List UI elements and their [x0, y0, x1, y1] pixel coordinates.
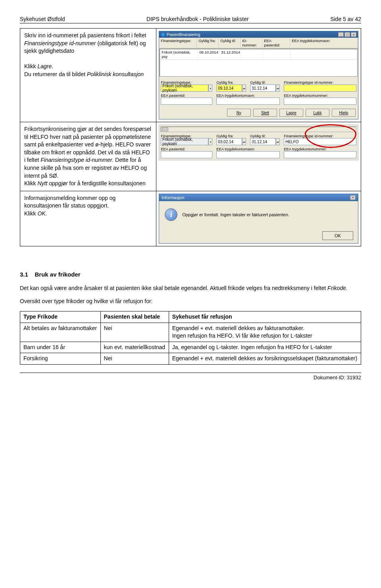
- text: Informasjonsmelding kommer opp og konsul…: [24, 195, 115, 209]
- label-eea-pasientid: EEA pasientid:: [161, 147, 212, 151]
- instruction-row-3: Informasjonsmelding kommer opp og konsul…: [20, 191, 361, 246]
- instruction-text-2: Frikortsynkronisering gjør at det sendes…: [20, 122, 156, 191]
- col-header-betale: Pasienten skal betale: [100, 311, 169, 323]
- info-icon: i: [165, 208, 177, 221]
- cell: Ja, egenandel og L-takster. Ingen refusj…: [169, 342, 361, 353]
- instruction-row-1: Skriv inn id-nummeret på pasientens frik…: [20, 28, 361, 122]
- col-header: EEA trygdekontornavn:: [290, 38, 358, 48]
- spinner-icon[interactable]: ▴▾: [242, 85, 246, 92]
- maximize-button[interactable]: □: [344, 32, 350, 37]
- label-eea-trygdekontornummer: EEA trygdekontonummer:: [284, 147, 356, 151]
- header-left: Sykehuset Østfold: [20, 16, 65, 22]
- label-eea-trygdekontornummer: EEA trygdekontornummer:: [284, 93, 356, 98]
- button-row: Ny Slett Lagre Lukk Hjelp: [159, 106, 358, 119]
- instruction-text-1: Skriv inn id-nummeret på pasientens frik…: [20, 29, 156, 122]
- cell: Egenandel + evt. materiell dekkes av fak…: [169, 323, 361, 342]
- cell: Nei: [100, 353, 169, 365]
- text-italic: Poliklinisk konsultasjon: [87, 71, 144, 77]
- grid-header: Finansieringstype: Gyldig fra: Gyldig ti…: [159, 38, 358, 48]
- text-italic: OK.: [37, 210, 47, 217]
- text: Klikk: [24, 210, 37, 217]
- ok-button[interactable]: OK: [322, 231, 353, 240]
- input-eea-trygdekontornummer[interactable]: [284, 151, 356, 158]
- cell: Alt betales av fakturamottaker: [20, 323, 101, 342]
- cell: Nei: [100, 323, 169, 342]
- text: Du returnerer da til bildet: [24, 71, 87, 77]
- cell: 31.12.2014: [219, 49, 241, 60]
- table-row: Barn under 16 år kun evt. materiellkostn…: [20, 342, 361, 353]
- spinner-icon[interactable]: ▴▾: [276, 85, 280, 92]
- input-gyldig-til[interactable]: 31.12.14: [250, 138, 276, 145]
- close-button[interactable]: ×: [351, 32, 356, 37]
- text-italic: Finansieringstype id-nummer: [24, 40, 96, 46]
- col-header: Finansieringstype:: [159, 38, 197, 48]
- document-id: Dokument-ID: 31932: [314, 375, 361, 380]
- cell: [263, 49, 291, 60]
- grid-row[interactable]: Frikort (somatisk, psy 09.10.2014 31.12.…: [160, 49, 357, 60]
- input-eea-pasientid[interactable]: [161, 151, 212, 158]
- dropdown-icon[interactable]: ▾: [208, 138, 212, 145]
- label-gyldig-til: Gyldig til:: [250, 80, 280, 85]
- instruction-text-3: Informasjonsmelding kommer opp og konsul…: [20, 191, 156, 246]
- cell: Forsikring: [20, 353, 101, 365]
- input-finansieringstype[interactable]: Frikort (somatisk, psykiatri: [161, 138, 208, 145]
- cell: kun evt. materiellkostnad: [100, 342, 169, 353]
- page-footer: Dokument-ID: 31932: [20, 373, 361, 380]
- col-header: EEA pasientid:: [262, 38, 290, 48]
- ny-button[interactable]: Ny: [227, 109, 251, 117]
- label-gyldig-fra: Gyldig fra:: [216, 134, 246, 138]
- cell: Frikort (somatisk, psy: [160, 49, 198, 60]
- input-eea-trygdekontornavn[interactable]: [216, 151, 280, 158]
- close-button[interactable]: ×: [350, 195, 356, 200]
- col-header-type: Type Frikode: [20, 311, 101, 323]
- label-id-nummer: Finansieringstype id-nummer:: [284, 134, 356, 138]
- table-header-row: Type Frikode Pasienten skal betale Sykeh…: [20, 311, 361, 323]
- label-gyldig-til: Gyldig til:: [250, 134, 280, 138]
- hjelp-button[interactable]: Hjelp: [332, 109, 356, 117]
- col-header: Gyldig fra:: [197, 38, 219, 48]
- spinner-icon[interactable]: ▴▾: [276, 138, 280, 145]
- input-id-nummer[interactable]: HELFO: [284, 138, 356, 145]
- cell: 09.10.2014: [198, 49, 219, 60]
- table-row: Alt betales av fakturamottaker Nei Egena…: [20, 323, 361, 342]
- label-id-nummer: Finansieringstype id-nummer:: [284, 80, 356, 85]
- spinner-icon[interactable]: ▴▾: [242, 138, 246, 145]
- input-eea-trygdekontornavn[interactable]: [216, 98, 280, 105]
- input-eea-pasientid[interactable]: [161, 98, 212, 105]
- label-gyldig-fra: Gyldig fra:: [216, 80, 246, 85]
- section-heading: 3.1 Bruk av frikoder: [20, 270, 361, 279]
- input-gyldig-til[interactable]: 31.12.14: [250, 85, 276, 92]
- instruction-row-2: Frikortsynkronisering gjør at det sendes…: [20, 122, 361, 191]
- lagre-button[interactable]: Lagre: [279, 109, 303, 117]
- lukk-button[interactable]: Lukk: [306, 109, 329, 117]
- input-eea-trygdekontornummer[interactable]: [284, 98, 356, 105]
- slett-button[interactable]: Slett: [253, 109, 277, 117]
- col-header: Gyldig til:: [219, 38, 241, 48]
- text-italic: Nytt oppgjør: [37, 180, 67, 186]
- page-header: Sykehuset Østfold DIPS brukerhåndbok - P…: [20, 16, 361, 23]
- scrollbar-horizontal[interactable]: [161, 127, 356, 132]
- text-italic: Lagre.: [37, 63, 53, 69]
- window-titlebar: 🔷 Pasientfinansiering _ □ ×: [159, 31, 358, 38]
- text: Klikk: [24, 63, 37, 69]
- screenshot-pasientfinansiering-window: 🔷 Pasientfinansiering _ □ × Finansiering…: [159, 31, 358, 119]
- input-id-nummer[interactable]: [284, 85, 356, 92]
- dropdown-icon[interactable]: ▾: [208, 85, 212, 92]
- frikoder-table: Type Frikode Pasienten skal betale Sykeh…: [20, 311, 361, 365]
- text: Skriv inn id-nummeret på pasientens frik…: [24, 32, 146, 38]
- col-header-refusjon: Sykehuset får refusjon: [169, 311, 361, 323]
- grid-body: Frikort (somatisk, psy 09.10.2014 31.12.…: [160, 49, 358, 77]
- cell: Egenandel + evt. materiell dekkes av for…: [169, 353, 361, 365]
- input-finansieringstype[interactable]: Frikort (somatisk, psykiatri: [161, 85, 208, 92]
- label-eea-pasientid: EEA pasientid:: [161, 93, 212, 98]
- input-gyldig-fra[interactable]: 09.10.14: [216, 85, 242, 92]
- dialog-titlebar: Informasjon ×: [159, 194, 358, 201]
- label-eea-trygdekontornavn: EEA trygdekontornavn:: [216, 93, 280, 98]
- text: for å ferdigstille konsultasjonen: [68, 180, 146, 186]
- cell: Barn under 16 år: [20, 342, 101, 353]
- input-gyldig-fra[interactable]: 03.02.14: [216, 138, 242, 145]
- info-dialog: Informasjon × i Oppgjør er foretatt. Ing…: [159, 194, 358, 244]
- minimize-button[interactable]: _: [338, 32, 344, 37]
- header-center: DIPS brukerhåndbok - Polikliniske takste…: [146, 16, 249, 22]
- text-italic: Finansieringstype id-nummer.: [40, 157, 114, 163]
